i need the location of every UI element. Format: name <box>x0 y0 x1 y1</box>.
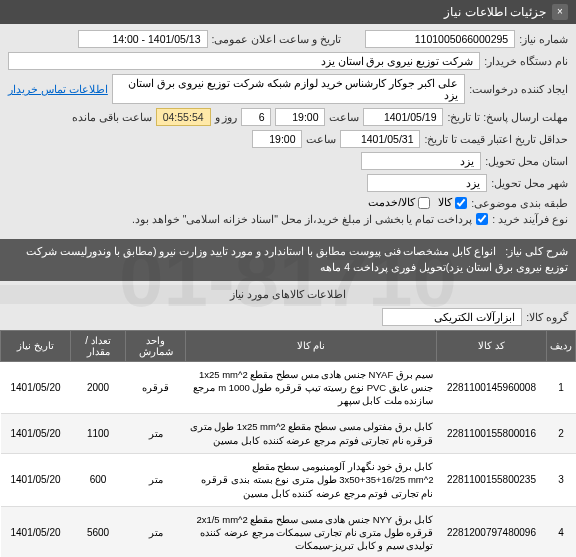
process-checkbox[interactable] <box>476 213 488 225</box>
cell-row: 2 <box>547 414 576 454</box>
datetime-label: تاریخ و ساعت اعلان عمومی: <box>212 33 342 45</box>
cell-row: 4 <box>547 506 576 557</box>
province-value: یزد <box>361 152 481 170</box>
need-no-value: 1101005066000295 <box>365 30 515 48</box>
validity-label: حداقل تاریخ اعتبار قیمت تا تاریخ: <box>424 133 568 145</box>
header-bar: × جزئیات اطلاعات نیاز <box>0 0 576 24</box>
cell-date: 1401/05/20 <box>1 453 71 506</box>
days-label: روز و <box>215 111 238 123</box>
cell-row: 3 <box>547 453 576 506</box>
cell-date: 1401/05/20 <box>1 361 71 414</box>
table-row[interactable]: 22281100155800016کابل برق مفتولی مسی سطح… <box>1 414 576 454</box>
countdown: 04:55:54 <box>156 108 211 126</box>
need-no-label: شماره نیاز: <box>519 33 568 45</box>
cell-date: 1401/05/20 <box>1 414 71 454</box>
category-label: طبقه بندی موضوعی: <box>471 197 568 209</box>
desc-label: شرح کلی نیاز: <box>505 245 568 257</box>
th-date: تاریخ نیاز <box>1 330 71 361</box>
section-title: اطلاعات کالاهای مورد نیاز <box>0 285 576 304</box>
remain-label: ساعت باقی مانده <box>72 111 152 123</box>
group-value: ابزارآلات الکتریکی <box>382 308 522 326</box>
datetime-value: 1401/05/13 - 14:00 <box>78 30 208 48</box>
cat-goods-checkbox[interactable] <box>455 197 467 209</box>
cell-code: 2281100155800235 <box>437 453 547 506</box>
requester-label: ایجاد کننده درخواست: <box>469 83 568 95</box>
cat-service-item[interactable]: کالا/خدمت <box>368 196 430 209</box>
cell-code: 2281100155800016 <box>437 414 547 454</box>
close-button[interactable]: × <box>552 4 568 20</box>
days-value: 6 <box>241 108 271 126</box>
cat-service-label: کالا/خدمت <box>368 196 415 209</box>
cell-unit: قرقره <box>126 361 186 414</box>
th-code: کد کالا <box>437 330 547 361</box>
time-label-2: ساعت <box>306 133 336 145</box>
city-label: شهر محل تحویل: <box>491 177 568 189</box>
category-group: کالا کالا/خدمت <box>368 196 467 209</box>
buyer-org-value: شرکت توزیع نیروی برق استان یزد <box>8 52 480 70</box>
cat-goods-item[interactable]: کالا <box>438 196 467 209</box>
process-label: نوع فرآیند خرید : <box>492 213 568 225</box>
contact-link[interactable]: اطلاعات تماس خریدار <box>8 83 108 95</box>
deadline-date: 1401/05/19 <box>363 108 443 126</box>
cell-code: 2281200797480096 <box>437 506 547 557</box>
cell-name: کابل برق مفتولی مسی سطح مقطع 1x25 mm^2 ط… <box>186 414 437 454</box>
cell-qty: 2000 <box>71 361 126 414</box>
cell-unit: متر <box>126 414 186 454</box>
desc-text: انواع کابل مشخصات فنی پیوست مطابق با است… <box>26 245 568 273</box>
cell-unit: متر <box>126 453 186 506</box>
cat-goods-label: کالا <box>438 196 452 209</box>
process-note: پرداخت تمام یا بخشی از مبلغ خرید،از محل … <box>132 213 472 225</box>
requester-value: علی اکبر جوکار کارشناس خرید لوازم شبکه ش… <box>112 74 465 104</box>
cell-unit: متر <box>126 506 186 557</box>
cat-service-checkbox[interactable] <box>418 197 430 209</box>
goods-table: ردیف کد کالا نام کالا واحد شمارش تعداد /… <box>0 330 576 558</box>
th-name: نام کالا <box>186 330 437 361</box>
cell-date: 1401/05/20 <box>1 506 71 557</box>
deadline-time: 19:00 <box>275 108 325 126</box>
desc-bar: شرح کلی نیاز: انواع کابل مشخصات فنی پیوس… <box>0 239 576 281</box>
goods-table-wrap: ردیف کد کالا نام کالا واحد شمارش تعداد /… <box>0 330 576 558</box>
cell-qty: 600 <box>71 453 126 506</box>
table-row[interactable]: 12281100145960008سیم برق NYAF جنس هادی م… <box>1 361 576 414</box>
cell-row: 1 <box>547 361 576 414</box>
group-label: گروه کالا: <box>526 311 568 323</box>
validity-time: 19:00 <box>252 130 302 148</box>
table-row[interactable]: 32281100155800235کابل برق خود نگهدار آلو… <box>1 453 576 506</box>
province-label: استان محل تحویل: <box>485 155 568 167</box>
validity-date: 1401/05/31 <box>340 130 420 148</box>
cell-code: 2281100145960008 <box>437 361 547 414</box>
th-row: ردیف <box>547 330 576 361</box>
th-unit: واحد شمارش <box>126 330 186 361</box>
buyer-org-label: نام دستگاه خریدار: <box>484 55 568 67</box>
city-value: یزد <box>367 174 487 192</box>
deadline-label: مهلت ارسال پاسخ: تا تاریخ: <box>447 111 568 123</box>
th-qty: تعداد / مقدار <box>71 330 126 361</box>
table-row[interactable]: 42281200797480096کابل برق NYY جنس هادی م… <box>1 506 576 557</box>
cell-qty: 1100 <box>71 414 126 454</box>
cell-name: کابل برق خود نگهدار آلومینیومی سطح مقطع … <box>186 453 437 506</box>
cell-name: سیم برق NYAF جنس هادی مس سطح مقطع 1x25 m… <box>186 361 437 414</box>
header-title: جزئیات اطلاعات نیاز <box>444 5 546 19</box>
time-label-1: ساعت <box>329 111 359 123</box>
cell-qty: 5600 <box>71 506 126 557</box>
cell-name: کابل برق NYY جنس هادی مسی سطح مقطع 2x1/5… <box>186 506 437 557</box>
